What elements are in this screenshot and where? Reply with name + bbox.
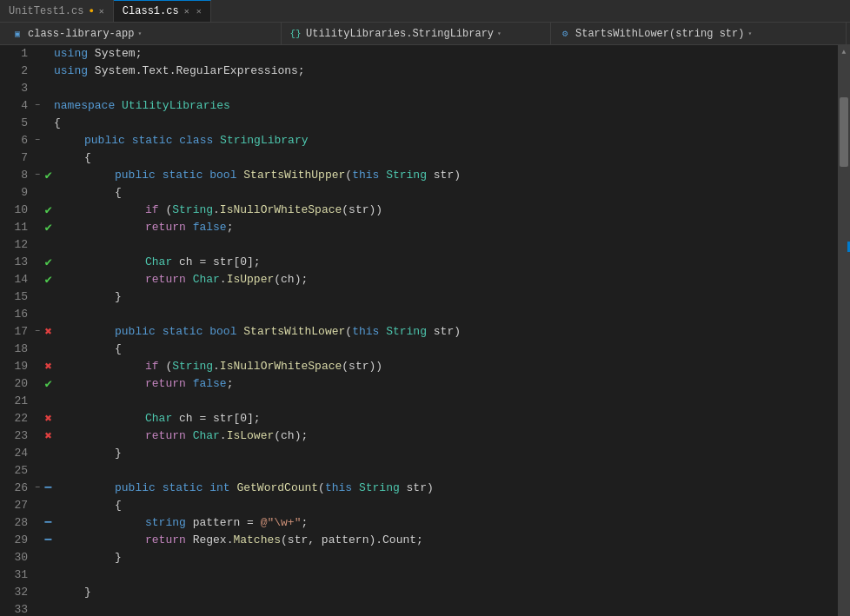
test-icon-11: ✔ <box>45 219 52 236</box>
gutter-2 <box>35 63 54 80</box>
test-icon-20: ✔ <box>45 375 52 393</box>
gutter-12 <box>35 236 54 254</box>
gutter-32 <box>35 584 54 601</box>
test-icon-10: ✔ <box>45 202 52 219</box>
tab-unittest[interactable]: UnitTest1.cs ● ✕ <box>0 0 114 22</box>
method-icon: ⚙ <box>558 27 572 41</box>
code-row-10: 10✔if (String.IsNullOrWhiteSpace(str)) <box>0 202 838 219</box>
code-line-6: public static class StringLibrary <box>54 132 838 149</box>
nav-namespace-chevron: ▾ <box>497 30 501 37</box>
tab-unittest-close[interactable]: ✕ <box>99 6 104 17</box>
code-row-12: 12 <box>0 236 838 254</box>
code-line-14: return Char.IsUpper(ch); <box>54 271 838 288</box>
code-row-14: 14✔return Char.IsUpper(ch); <box>0 271 838 288</box>
code-line-27: { <box>54 497 838 514</box>
line-number-18: 18 <box>0 341 35 358</box>
code-line-32: } <box>54 584 838 601</box>
code-line-23: return Char.IsLower(ch); <box>54 427 838 445</box>
code-row-31: 31 <box>0 566 838 584</box>
line-number-30: 30 <box>0 549 35 566</box>
nav-project[interactable]: ▣ class-library-app ▾ <box>3 23 282 44</box>
code-row-4: 4−namespace UtilityLibraries <box>0 97 838 115</box>
nav-namespace[interactable]: {} UtilityLibraries.StringLibrary ▾ <box>282 23 551 44</box>
code-row-18: 18{ <box>0 341 838 358</box>
gutter-5 <box>35 115 54 132</box>
scroll-up-arrow[interactable]: ▲ <box>838 45 850 57</box>
gutter-21 <box>35 393 54 410</box>
code-row-20: 20✔return false; <box>0 375 838 393</box>
line-number-6: 6 <box>0 132 35 149</box>
collapse-icon-26[interactable]: − <box>35 480 40 497</box>
line-number-19: 19 <box>0 358 35 375</box>
code-line-2: using System.Text.RegularExpressions; <box>54 63 838 80</box>
gutter-10: ✔ <box>35 202 54 219</box>
code-line-29: return Regex.Matches(str, pattern).Count… <box>54 532 838 549</box>
code-line-28: string pattern = @"\w+"; <box>54 514 838 532</box>
nav-method-chevron: ▾ <box>747 30 752 37</box>
collapse-icon-8[interactable]: − <box>35 167 40 184</box>
code-row-29: 29−return Regex.Matches(str, pattern).Co… <box>0 532 838 549</box>
collapse-icon-4[interactable]: − <box>35 97 40 115</box>
code-row-15: 15} <box>0 288 838 306</box>
line-number-9: 9 <box>0 184 35 202</box>
line-number-2: 2 <box>0 63 35 80</box>
code-line-9: { <box>54 184 838 202</box>
project-icon: ▣ <box>10 27 24 41</box>
nav-method-label: StartsWithLower(string str) <box>575 28 744 40</box>
code-line-25 <box>54 462 838 480</box>
editor-window: UnitTest1.cs ● ✕ Class1.cs ✕ ✕ ▣ class-l… <box>0 0 850 616</box>
gutter-9 <box>35 184 54 202</box>
code-row-30: 30} <box>0 549 838 566</box>
gutter-18 <box>35 341 54 358</box>
gutter-3 <box>35 80 54 97</box>
line-number-12: 12 <box>0 236 35 254</box>
gutter-28: − <box>35 514 54 532</box>
gutter-24 <box>35 445 54 462</box>
code-row-8: 8−✔public static bool StartsWithUpper(th… <box>0 167 838 184</box>
test-icon-28: − <box>43 514 52 532</box>
scrollbar-thumb[interactable] <box>840 97 848 167</box>
tab-class1-close2[interactable]: ✕ <box>196 6 202 17</box>
line-number-4: 4 <box>0 97 35 115</box>
scrollbar-track[interactable]: ▲ <box>838 45 850 616</box>
code-line-7: { <box>54 149 838 167</box>
gutter-31 <box>35 566 54 584</box>
code-row-13: 13✔Char ch = str[0]; <box>0 254 838 271</box>
gutter-4: − <box>35 97 54 115</box>
nav-project-label: class-library-app <box>28 28 134 40</box>
code-row-1: 1using System; <box>0 45 838 63</box>
gutter-11: ✔ <box>35 219 54 236</box>
line-number-1: 1 <box>0 45 35 63</box>
code-row-24: 24} <box>0 445 838 462</box>
line-number-11: 11 <box>0 219 35 236</box>
gutter-7 <box>35 149 54 167</box>
line-number-33: 33 <box>0 601 35 616</box>
gutter-19: ✖ <box>35 358 54 375</box>
code-row-6: 6−public static class StringLibrary <box>0 132 838 149</box>
line-number-22: 22 <box>0 410 35 427</box>
test-icon-29: − <box>43 532 52 549</box>
code-area[interactable]: 1using System;2using System.Text.Regular… <box>0 45 838 616</box>
tab-class1[interactable]: Class1.cs ✕ ✕ <box>114 0 211 22</box>
gutter-15 <box>35 288 54 306</box>
code-row-32: 32} <box>0 584 838 601</box>
line-number-14: 14 <box>0 271 35 288</box>
collapse-icon-6[interactable]: − <box>35 132 40 149</box>
code-line-24: } <box>54 445 838 462</box>
test-icon-8: ✔ <box>45 167 52 184</box>
code-row-7: 7{ <box>0 149 838 167</box>
gutter-1 <box>35 45 54 63</box>
gutter-29: − <box>35 532 54 549</box>
tab-class1-close[interactable]: ✕ <box>184 6 189 17</box>
line-number-21: 21 <box>0 393 35 410</box>
line-number-7: 7 <box>0 149 35 167</box>
collapse-icon-17[interactable]: − <box>35 323 40 341</box>
line-number-28: 28 <box>0 514 35 532</box>
line-number-15: 15 <box>0 288 35 306</box>
code-line-17: public static bool StartsWithLower(this … <box>54 323 838 341</box>
nav-bar: ▣ class-library-app ▾ {} UtilityLibrarie… <box>0 23 850 45</box>
nav-namespace-label: UtilityLibraries.StringLibrary <box>306 28 494 40</box>
code-line-31 <box>54 566 838 584</box>
code-row-22: 22✖Char ch = str[0]; <box>0 410 838 427</box>
nav-method[interactable]: ⚙ StartsWithLower(string str) ▾ <box>551 23 847 44</box>
